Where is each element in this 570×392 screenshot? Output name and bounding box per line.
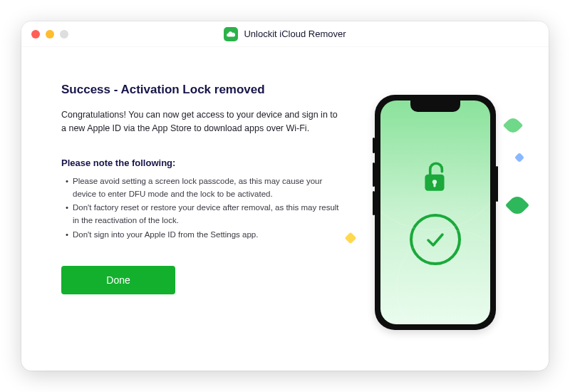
page-heading: Success - Activation Lock removed [61, 83, 339, 97]
close-window-button[interactable] [31, 30, 40, 38]
intro-text: Congratulations! You can now get access … [61, 108, 339, 136]
phone-screen [380, 100, 490, 324]
titlebar: Unlockit iCloud Remover [21, 21, 549, 47]
maximize-window-button[interactable] [60, 30, 68, 38]
app-title: Unlockit iCloud Remover [244, 29, 346, 39]
unlock-icon [420, 160, 451, 195]
minimize-window-button[interactable] [46, 30, 54, 38]
title-center: Unlockit iCloud Remover [21, 27, 549, 41]
svg-point-1 [432, 180, 437, 184]
note-item: Don't sign into your Apple ID from the S… [66, 229, 339, 242]
phone-illustration [375, 95, 496, 330]
window-controls [21, 30, 68, 38]
note-item: Please avoid setting a screen lock passc… [66, 175, 339, 201]
app-window: Unlockit iCloud Remover Success - Activa… [21, 21, 549, 371]
sparkle-icon [503, 115, 523, 135]
note-heading: Please note the following: [61, 158, 339, 168]
success-check-icon [410, 214, 461, 265]
illustration-panel [353, 83, 517, 342]
left-panel: Success - Activation Lock removed Congra… [61, 83, 353, 342]
notes-list: Please avoid setting a screen lock passc… [61, 175, 339, 242]
svg-rect-2 [433, 182, 435, 187]
sparkle-icon [514, 153, 524, 163]
sparkle-icon [505, 193, 529, 217]
content-area: Success - Activation Lock removed Congra… [21, 47, 549, 371]
note-item: Don't factory reset or restore your devi… [66, 202, 339, 227]
svg-rect-0 [425, 175, 444, 191]
app-cloud-icon [224, 27, 238, 41]
done-button[interactable]: Done [61, 266, 175, 294]
